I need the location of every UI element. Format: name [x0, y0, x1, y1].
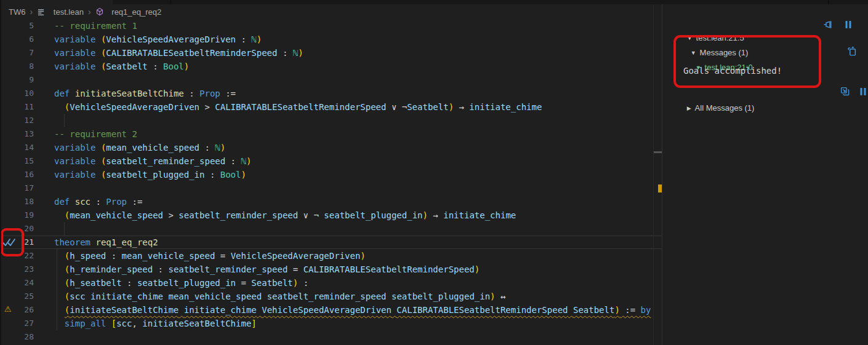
- line-number[interactable]: 17: [0, 181, 41, 195]
- line-number[interactable]: 8: [0, 60, 41, 73]
- editor[interactable]: 5-- requirement 16variable (VehicleSpeed…: [0, 19, 662, 345]
- code-line-24[interactable]: 24 (h_seatbelt : seatbelt_plugged_in = S…: [0, 276, 662, 290]
- vscode-window: TW6 › test.lean › req1_eq_req2 5-- requi…: [0, 0, 868, 345]
- indent-guide: [57, 317, 57, 330]
- duplicate-icon[interactable]: [840, 86, 850, 96]
- code-line-text[interactable]: (h_reminder_speed : seatbelt_reminder_sp…: [41, 263, 480, 276]
- line-number[interactable]: 24: [0, 276, 41, 290]
- infoview-message-location[interactable]: ▼test.lean:21:0: [682, 47, 753, 61]
- code-line-text[interactable]: theorem req1_eq_req2: [41, 236, 158, 249]
- code-line-15[interactable]: 15variable (seatbelt_reminder_speed : ℕ): [0, 154, 662, 168]
- breadcrumb-project[interactable]: TW6: [9, 7, 25, 17]
- code-line-14[interactable]: 14variable (mean_vehicle_speed : ℕ): [0, 141, 662, 154]
- line-number[interactable]: 23: [0, 263, 41, 276]
- overview-ruler: [653, 4, 662, 345]
- code-line-23[interactable]: 23 (h_reminder_speed : seatbelt_reminder…: [0, 263, 662, 276]
- code-line-8[interactable]: 8variable (Seatbelt : Bool): [0, 60, 662, 73]
- breadcrumb: TW6 › test.lean › req1_eq_req2: [0, 4, 662, 19]
- scrollbar-thumb[interactable]: [654, 151, 662, 153]
- warning-icon[interactable]: ⚠: [4, 304, 19, 314]
- line-number[interactable]: 6: [0, 33, 41, 46]
- code-line-21[interactable]: 21theorem req1_eq_req2: [0, 236, 662, 249]
- indent-guide: [57, 249, 57, 263]
- line-number[interactable]: 20: [0, 222, 41, 236]
- code-line-text[interactable]: def scc : Prop :=: [41, 195, 142, 208]
- infoview-cursor-section[interactable]: ▼test.lean:21:5: [673, 18, 744, 31]
- code-line-12[interactable]: 12: [0, 114, 662, 127]
- code-line-10[interactable]: 10def initiateSeatBeltChime : Prop :=: [0, 87, 662, 100]
- pause-icon[interactable]: [858, 87, 868, 97]
- window-left-edge: [0, 0, 1, 345]
- infoview-all-messages-section[interactable]: ▶All Messages (1): [673, 88, 754, 101]
- code-line-25[interactable]: 25 (scc initiate_chime mean_vehicle_spee…: [0, 290, 662, 303]
- goals-accomplished-check-icon[interactable]: [2, 237, 17, 247]
- code-line-text[interactable]: (VehicleSpeedAverageDriven > CALIBRATABL…: [41, 100, 542, 114]
- line-number[interactable]: 19: [0, 208, 41, 222]
- line-number[interactable]: 18: [0, 195, 41, 208]
- breadcrumb-file[interactable]: test.lean: [54, 7, 84, 17]
- code-line-text[interactable]: variable (seatbelt_reminder_speed : ℕ): [41, 154, 251, 168]
- line-number[interactable]: 16: [0, 168, 41, 181]
- code-line-13[interactable]: 13-- requirement 2: [0, 127, 662, 141]
- code-line-9[interactable]: 9: [0, 73, 662, 87]
- line-number[interactable]: 5: [0, 19, 41, 33]
- code-line-19[interactable]: 19 (mean_vehicle_speed > seatbelt_remind…: [0, 208, 662, 222]
- line-number[interactable]: 22: [0, 249, 41, 263]
- code-line-11[interactable]: 11 (VehicleSpeedAverageDriven > CALIBRAT…: [0, 100, 662, 114]
- code-line-28[interactable]: 28: [0, 330, 662, 344]
- line-number[interactable]: 27: [0, 317, 41, 330]
- code-line-text[interactable]: variable (mean_vehicle_speed : ℕ): [41, 141, 225, 154]
- code-line-text[interactable]: variable (seatbelt_plugged_in : Bool): [41, 168, 246, 181]
- code-line-text[interactable]: variable (CALIBRATABLESeatbeltReminderSp…: [41, 46, 303, 60]
- code-line-text[interactable]: def initiateSeatBeltChime : Prop :=: [41, 87, 236, 100]
- code-line-18[interactable]: 18def scc : Prop :=: [0, 195, 662, 208]
- code-line-text[interactable]: [41, 73, 54, 87]
- code-line-text[interactable]: (h_seatbelt : seatbelt_plugged_in = Seat…: [41, 276, 308, 290]
- code-line-text[interactable]: simp_all [scc, initiateSeatBeltChime]: [41, 317, 257, 330]
- line-number[interactable]: 21: [0, 236, 41, 249]
- code-line-6[interactable]: 6variable (VehicleSpeedAverageDriven : ℕ…: [0, 33, 662, 46]
- code-line-text[interactable]: variable (VehicleSpeedAverageDriven : ℕ): [41, 33, 262, 46]
- line-number[interactable]: 26⚠: [0, 303, 41, 317]
- code-line-27[interactable]: 27 simp_all [scc, initiateSeatBeltChime]: [0, 317, 662, 330]
- code-line-22[interactable]: 22 (h_speed : mean_vehicle_speed = Vehic…: [0, 249, 662, 263]
- code-line-text[interactable]: -- requirement 2: [41, 127, 137, 141]
- code-line-text[interactable]: [41, 114, 54, 127]
- panel-tab-divider: [828, 0, 829, 4]
- code-line-text[interactable]: [41, 330, 54, 344]
- tab-divider: [171, 0, 171, 4]
- code-line-7[interactable]: 7variable (CALIBRATABLESeatbeltReminderS…: [0, 46, 662, 60]
- breadcrumb-symbol[interactable]: req1_eq_req2: [111, 7, 161, 17]
- all-messages-label: All Messages (1): [695, 103, 755, 113]
- code-line-text[interactable]: (mean_vehicle_speed > seatbelt_reminder_…: [41, 208, 516, 222]
- line-number[interactable]: 25: [0, 290, 41, 303]
- code-line-text[interactable]: variable (Seatbelt : Bool): [41, 60, 189, 73]
- code-line-text[interactable]: [41, 181, 54, 195]
- indent-guide: [57, 303, 57, 317]
- code-line-16[interactable]: 16variable (seatbelt_plugged_in : Bool): [0, 168, 662, 181]
- indent-guide: [57, 263, 57, 276]
- code-line-17[interactable]: 17: [0, 181, 662, 195]
- line-number[interactable]: 7: [0, 46, 41, 60]
- line-number[interactable]: 9: [0, 73, 41, 87]
- code-line-text[interactable]: -- requirement 1: [41, 19, 137, 33]
- line-number[interactable]: 13: [0, 127, 41, 141]
- code-line-20[interactable]: 20: [0, 222, 662, 236]
- line-number[interactable]: 15: [0, 154, 41, 168]
- line-number[interactable]: 14: [0, 141, 41, 154]
- code-line-text[interactable]: (scc initiate_chime mean_vehicle_speed s…: [41, 290, 505, 303]
- code-line-text[interactable]: (h_speed : mean_vehicle_speed = VehicleS…: [41, 249, 366, 263]
- code-line-26[interactable]: 26⚠ (initiateSeatBeltChime initiate_chim…: [0, 303, 662, 317]
- code-line-text[interactable]: [41, 222, 54, 236]
- pause-icon[interactable]: [843, 20, 853, 30]
- infoview-messages-section[interactable]: ▼Messages (1): [677, 33, 748, 46]
- copy-icon[interactable]: [846, 46, 856, 56]
- tab-bar-edge: [0, 0, 868, 4]
- code-line-5[interactable]: 5-- requirement 1: [0, 19, 662, 33]
- line-number[interactable]: 11: [0, 100, 41, 114]
- line-number[interactable]: 12: [0, 114, 41, 127]
- pin-icon[interactable]: [823, 20, 833, 30]
- line-number[interactable]: 10: [0, 87, 41, 100]
- code-line-text[interactable]: (initiateSeatBeltChime initiate_chime Ve…: [41, 303, 651, 317]
- line-number[interactable]: 28: [0, 330, 41, 344]
